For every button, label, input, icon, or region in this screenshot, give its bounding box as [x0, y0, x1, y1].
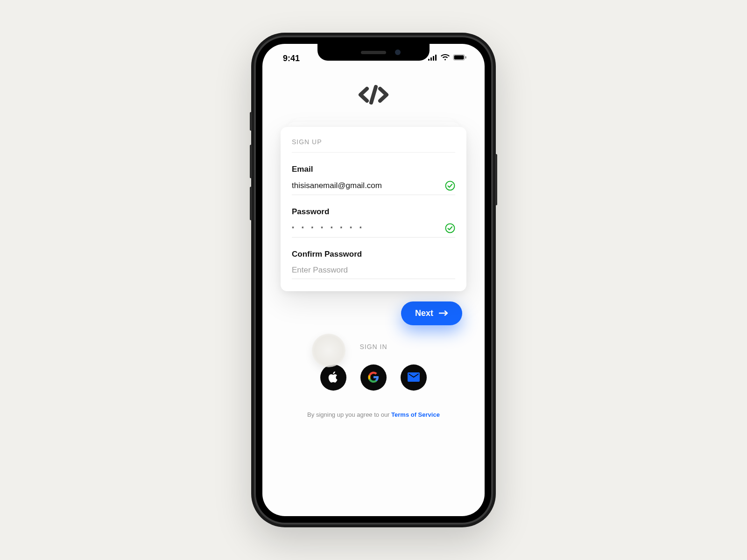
- tos-text: By signing up you agree to our Terms of …: [307, 411, 440, 418]
- valid-check-icon: [445, 181, 455, 191]
- svg-rect-2: [433, 56, 434, 61]
- card-title: SIGN UP: [292, 138, 455, 153]
- touch-indicator: [312, 334, 345, 367]
- google-icon: [368, 371, 379, 384]
- password-label: Password: [292, 207, 455, 217]
- card-stack: SIGN UP Email Password: [281, 127, 466, 291]
- confirm-password-input[interactable]: [292, 266, 455, 275]
- status-time: 9:41: [283, 54, 300, 63]
- confirm-password-field-group: Confirm Password: [292, 250, 455, 279]
- signup-card: SIGN UP Email Password: [281, 127, 466, 291]
- svg-rect-3: [435, 55, 437, 61]
- confirm-password-label: Confirm Password: [292, 250, 455, 259]
- wifi-icon: [441, 54, 450, 63]
- svg-rect-0: [428, 59, 430, 61]
- screen: 9:41: [262, 44, 485, 516]
- svg-rect-1: [430, 57, 432, 61]
- tos-prefix: By signing up you agree to our: [307, 411, 391, 418]
- volume-up-button: [250, 145, 252, 178]
- svg-rect-5: [454, 56, 464, 60]
- cellular-icon: [428, 54, 437, 63]
- valid-check-icon: [445, 223, 455, 233]
- phone-frame: 9:41: [251, 33, 496, 527]
- password-field-group: Password: [292, 207, 455, 238]
- arrow-right-icon: [439, 308, 448, 318]
- battery-icon: [453, 54, 467, 63]
- tos-link[interactable]: Terms of Service: [391, 411, 440, 418]
- mute-switch: [250, 112, 252, 131]
- signin-email-button[interactable]: [401, 364, 427, 391]
- signin-google-button[interactable]: [360, 364, 387, 391]
- speaker: [361, 51, 386, 54]
- password-input[interactable]: [292, 225, 440, 232]
- apple-icon: [328, 371, 338, 385]
- email-field-group: Email: [292, 165, 455, 195]
- app-logo-icon: [358, 85, 389, 106]
- front-camera: [395, 49, 401, 55]
- power-button: [495, 154, 497, 205]
- signin-section: SIGN IN: [320, 343, 427, 391]
- svg-rect-6: [465, 56, 466, 59]
- envelope-icon: [408, 372, 420, 383]
- next-button-label: Next: [415, 308, 433, 318]
- email-input[interactable]: [292, 181, 440, 190]
- notch: [317, 44, 430, 61]
- next-button[interactable]: Next: [401, 301, 462, 325]
- volume-down-button: [250, 187, 252, 220]
- signin-apple-button[interactable]: [320, 364, 346, 391]
- email-label: Email: [292, 165, 455, 174]
- signin-label: SIGN IN: [359, 343, 387, 350]
